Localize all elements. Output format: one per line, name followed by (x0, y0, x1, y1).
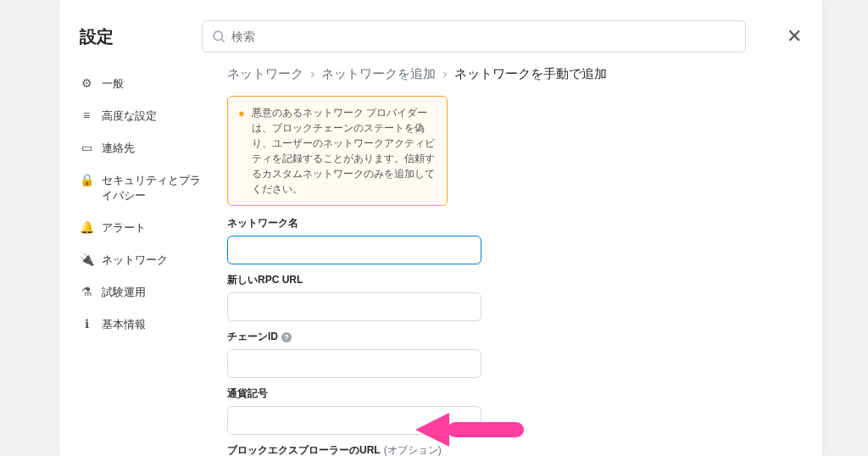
sidebar: ⚙ 一般 ≡ 高度な設定 ▭ 連絡先 🔒 セキュリティとプライバシー 🔔 アラー… (80, 63, 207, 436)
sidebar-item-label: 基本情報 (102, 317, 146, 332)
block-explorer-label: ブロックエクスプローラーのURL (オプション) (227, 443, 481, 456)
flask-icon: ⚗ (80, 285, 93, 298)
svg-point-0 (214, 31, 223, 41)
breadcrumb-add-network[interactable]: ネットワークを追加 (321, 66, 436, 81)
close-icon[interactable]: ✕ (787, 25, 802, 47)
book-icon: ▭ (80, 141, 93, 154)
network-name-label: ネットワーク名 (227, 216, 481, 231)
breadcrumb: ネットワーク › ネットワークを追加 › ネットワークを手動で追加 (227, 66, 802, 82)
search-wrap[interactable] (202, 20, 746, 53)
warning-text: 悪意のあるネットワーク プロバイダーは、ブロックチェーンのステートを偽り、ユーザ… (252, 105, 437, 197)
rpc-url-label: 新しいRPC URL (227, 273, 481, 287)
sidebar-item-advanced[interactable]: ≡ 高度な設定 (80, 100, 207, 132)
sidebar-item-contacts[interactable]: ▭ 連絡先 (80, 132, 207, 164)
lock-icon: 🔒 (80, 173, 93, 186)
rpc-url-input[interactable] (227, 292, 481, 321)
info-icon: ℹ (80, 317, 93, 331)
sidebar-item-label: 試験運用 (102, 285, 146, 300)
sidebar-item-label: 連絡先 (102, 141, 135, 156)
sliders-icon: ≡ (80, 108, 93, 122)
help-icon[interactable]: ? (281, 332, 292, 342)
currency-symbol-label: 通貨記号 (227, 386, 481, 401)
sidebar-item-security[interactable]: 🔒 セキュリティとプライバシー (80, 164, 207, 212)
sidebar-item-label: ネットワーク (102, 253, 168, 268)
main-content: ネットワーク › ネットワークを追加 › ネットワークを手動で追加 ● 悪意のあ… (227, 63, 802, 436)
sidebar-item-label: アラート (102, 220, 146, 236)
sidebar-item-experimental[interactable]: ⚗ 試験運用 (80, 276, 207, 309)
sidebar-item-alerts[interactable]: 🔔 アラート (80, 212, 207, 244)
search-input[interactable] (231, 30, 737, 43)
gear-icon: ⚙ (80, 76, 93, 90)
page-title: 設定 (80, 25, 181, 48)
sidebar-item-about[interactable]: ℹ 基本情報 (80, 309, 207, 341)
search-icon (211, 29, 226, 44)
chevron-right-icon: › (310, 66, 314, 81)
bell-icon: 🔔 (80, 220, 93, 234)
breadcrumb-networks[interactable]: ネットワーク (227, 66, 303, 81)
sidebar-item-general[interactable]: ⚙ 一般 (80, 68, 207, 100)
settings-panel: 設定 ✕ ⚙ 一般 ≡ 高度な設定 ▭ 連絡先 🔒 セキュリティとプライバシー (59, 0, 822, 456)
plug-icon: 🔌 (80, 253, 93, 266)
currency-symbol-input[interactable] (227, 406, 481, 435)
sidebar-item-label: 高度な設定 (102, 108, 157, 124)
network-name-input[interactable] (227, 236, 481, 264)
svg-line-1 (221, 39, 224, 42)
sidebar-item-networks[interactable]: 🔌 ネットワーク (80, 244, 207, 276)
chain-id-input[interactable] (227, 349, 481, 378)
chain-id-label: チェーンID ? (227, 330, 481, 344)
warning-banner: ● 悪意のあるネットワーク プロバイダーは、ブロックチェーンのステートを偽り、ユ… (227, 96, 448, 206)
breadcrumb-current: ネットワークを手動で追加 (454, 66, 607, 81)
chevron-right-icon: › (443, 66, 448, 81)
sidebar-item-label: 一般 (102, 76, 124, 92)
header: 設定 ✕ (59, 0, 822, 53)
sidebar-item-label: セキュリティとプライバシー (102, 173, 207, 203)
add-network-form: ネットワーク名 新しいRPC URL チェーンID ? 通貨記号 ブロックエクス… (227, 216, 481, 456)
warning-icon: ● (238, 105, 245, 197)
